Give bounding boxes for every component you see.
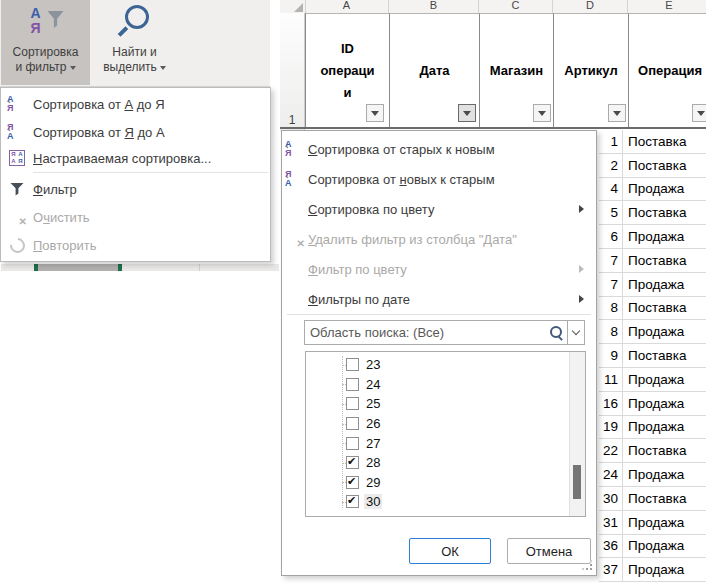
filter-menu-item-sort-by-color[interactable]: Сортировка по цвету (282, 194, 596, 224)
cell[interactable]: Продажа (623, 273, 706, 296)
checkbox-icon[interactable] (346, 397, 359, 410)
filter-button-c[interactable] (533, 104, 551, 122)
checkbox-icon[interactable] (346, 358, 359, 371)
cell[interactable]: Поставка (623, 154, 706, 177)
cell[interactable]: Продажа (623, 392, 706, 415)
cell[interactable]: 31 (599, 511, 623, 534)
cell[interactable]: Продажа (623, 178, 706, 201)
filter-menu-item-date-filters[interactable]: Фильтры по дате (282, 284, 596, 314)
cell[interactable]: 8 (599, 320, 623, 343)
filter-value-28[interactable]: 28 (306, 453, 585, 473)
cell[interactable]: Продажа (623, 558, 706, 581)
resize-grip[interactable] (590, 568, 592, 570)
cancel-button[interactable]: Отмена (507, 538, 591, 564)
cell[interactable]: Продажа (623, 368, 706, 391)
checkbox-icon[interactable] (346, 456, 359, 469)
table-row: 6Продажа (599, 225, 706, 249)
checkbox-icon[interactable] (346, 437, 359, 450)
filter-value-30[interactable]: 30 (306, 492, 585, 512)
column-header-e[interactable]: E (628, 0, 706, 13)
cell[interactable]: 6 (599, 225, 623, 248)
cell-e1[interactable]: Операция (629, 13, 706, 127)
filter-value-27[interactable]: 27 (306, 433, 585, 453)
filter-menu-item-filter-by-color[interactable]: Фильтр по цвету (282, 254, 596, 284)
cell-b1[interactable]: Дата (390, 13, 480, 127)
cell[interactable]: 36 (599, 535, 623, 558)
cell-a1[interactable]: ID операци и (305, 13, 390, 127)
horizontal-scrollbar[interactable] (1, 264, 279, 271)
filter-button-d[interactable] (608, 104, 626, 122)
cell[interactable]: 5 (599, 201, 623, 224)
filter-value-29[interactable]: 29 (306, 473, 585, 493)
cell[interactable]: 11 (599, 368, 623, 391)
cell[interactable]: 2 (599, 154, 623, 177)
filter-search-box[interactable]: Область поиска: (Все) (304, 320, 585, 345)
menu-item-custom-sort[interactable]: ЯААЯ Настраиваемая сортировка... (1, 146, 270, 170)
cell[interactable]: Поставка (623, 130, 706, 153)
checkbox-icon[interactable] (346, 495, 359, 508)
filter-button-a[interactable] (366, 104, 384, 122)
cell[interactable]: 19 (599, 416, 623, 439)
cell[interactable]: Продажа (623, 416, 706, 439)
menu-item-reapply[interactable]: Повторить (1, 231, 270, 259)
row-header-1[interactable]: 1 (280, 13, 305, 132)
cell[interactable]: Продажа (623, 463, 706, 486)
column-header-d[interactable]: D (553, 0, 628, 13)
filter-button-e[interactable] (692, 104, 706, 122)
filter-button-b[interactable] (458, 104, 476, 122)
cell[interactable]: 37 (599, 558, 623, 581)
cell[interactable]: Поставка (623, 487, 706, 510)
checkbox-icon[interactable] (346, 378, 359, 391)
cell[interactable]: Продажа (623, 511, 706, 534)
table-row: 19Продажа (599, 416, 706, 440)
find-select-button[interactable]: Найти и выделить (92, 0, 177, 85)
cell[interactable]: 16 (599, 392, 623, 415)
cell[interactable]: 7 (599, 249, 623, 272)
cell-c1[interactable]: Магазин (480, 13, 554, 127)
menu-item-clear[interactable]: ✕ Очистить (1, 203, 270, 231)
cell[interactable]: 4 (599, 178, 623, 201)
cell[interactable]: Продажа (623, 320, 706, 343)
cell[interactable]: Поставка (623, 439, 706, 462)
sort-filter-button[interactable]: АЯ Сортировка и фильтр (1, 0, 90, 85)
cell[interactable]: 24 (599, 463, 623, 486)
column-header-a[interactable]: A (305, 0, 389, 13)
cell[interactable]: 30 (599, 487, 623, 510)
menu-item-sort-za[interactable]: ЯА↓ Сортировка от Я до А (1, 118, 270, 146)
cell[interactable]: 7 (599, 273, 623, 296)
filter-value-26[interactable]: 26 (306, 414, 585, 434)
cell[interactable]: 1 (599, 130, 623, 153)
select-all-corner[interactable] (280, 0, 306, 13)
filter-menu-item-clear-filter[interactable]: ✕ Удалить фильтр из столбца "Дата" (282, 224, 596, 254)
ok-button[interactable]: ОК (409, 538, 491, 564)
cell[interactable]: 9 (599, 344, 623, 367)
checkbox-icon[interactable] (346, 476, 359, 489)
cell[interactable]: Поставка (623, 201, 706, 224)
scrollbar-thumb[interactable] (573, 465, 581, 499)
filter-menu-item-sort-newest[interactable]: ЯА↓ Сортировка от новых к старым (282, 164, 596, 194)
filter-value-25[interactable]: 25 (306, 394, 585, 414)
cell[interactable]: Поставка (623, 297, 706, 320)
search-scope-dropdown[interactable] (567, 321, 584, 344)
cell[interactable]: Поставка (623, 249, 706, 272)
menu-item-sort-az[interactable]: АЯ↓ Сортировка от А до Я (1, 90, 270, 118)
ribbon: АЯ Сортировка и фильтр Найти и выделить (0, 0, 270, 87)
scrollbar-thumb[interactable] (38, 264, 118, 271)
cell[interactable]: Поставка (623, 344, 706, 367)
filter-value-23[interactable]: 23 (306, 355, 585, 375)
list-scrollbar[interactable] (569, 352, 585, 516)
menu-item-filter[interactable]: Фильтр (1, 175, 270, 203)
search-input[interactable]: Область поиска: (Все) (305, 325, 549, 340)
cell[interactable]: Продажа (623, 225, 706, 248)
cell[interactable]: 8 (599, 297, 623, 320)
custom-sort-icon: ЯААЯ (9, 150, 25, 166)
cell-d1[interactable]: Артикул (554, 13, 629, 127)
column-header-c[interactable]: C (479, 0, 553, 13)
filter-value-24[interactable]: 24 (306, 375, 585, 395)
checkbox-icon[interactable] (346, 417, 359, 430)
cell[interactable]: 22 (599, 439, 623, 462)
column-header-b[interactable]: B (389, 0, 479, 13)
submenu-arrow-icon (579, 295, 588, 303)
filter-menu-item-sort-oldest[interactable]: АЯ↓ Сортировка от старых к новым (282, 134, 596, 164)
cell[interactable]: Продажа (623, 535, 706, 558)
